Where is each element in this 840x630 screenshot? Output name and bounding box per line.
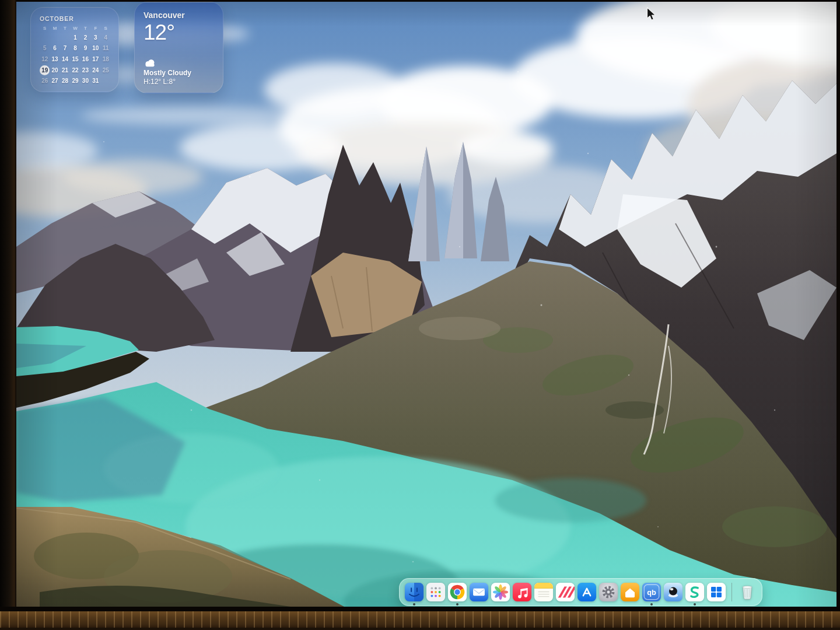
calendar-date-cell: 16 [80,54,90,65]
weather-high-low: H:12° L:8° [144,78,214,86]
photos-app-icon[interactable] [491,582,510,602]
calendar-date-grid: 1234567891011121314151617181920212223242… [40,32,111,86]
calendar-date-cell: 18 [101,54,111,65]
calendar-day-header: F [90,26,100,31]
calendar-date-cell: 4 [101,32,111,43]
calendar-date-cell: 20 [50,65,60,76]
dock-divider [732,583,732,601]
weather-temperature: 12° [144,22,214,44]
calendar-date-cell: 29 [70,75,80,86]
windowsapp-app-icon[interactable] [706,582,726,602]
calendar-date-cell: 10 [90,43,100,54]
calendar-day-headers: SMTWTFS [40,26,111,31]
running-indicator-dot [413,603,415,606]
mostly-cloudy-icon [144,58,157,67]
appstore-app-icon[interactable] [577,582,597,602]
notes-app-icon[interactable] [534,582,554,602]
svg-text:qb: qb [647,588,656,597]
running-indicator-dot [694,603,696,606]
calendar-date-cell [40,32,50,43]
calendar-date-cell: 3 [90,32,100,43]
weather-widget[interactable]: Vancouver 12° Mostly Cloudy H:12° L:8° [134,2,223,93]
calendar-date-cell: 17 [90,54,100,65]
trash-icon[interactable] [737,582,757,602]
news-app-icon[interactable] [555,582,575,602]
running-indicator-dot [650,603,653,606]
weather-city: Vancouver [144,10,214,20]
calendar-date-cell [101,75,111,86]
calendar-date-cell: 25 [101,65,111,76]
calendar-date-cell: 31 [90,75,100,86]
calendar-day-header: T [60,26,70,31]
calendar-date-cell: 6 [50,43,60,54]
calendar-widget[interactable]: OCTOBER SMTWTFS 123456789101112131415161… [30,7,119,92]
chrome-app-icon[interactable] [447,582,467,602]
calendar-date-cell: 7 [60,43,70,54]
launchpad-app-icon[interactable] [426,582,446,602]
calendar-selected-day: 19 [40,65,50,76]
weather-condition: Mostly Cloudy [144,69,214,77]
wallpaper-patagonia-mountain-lake [16,2,836,607]
calendar-date-cell: 26 [40,75,50,86]
running-indicator-dot [456,603,459,606]
dock: qb [399,578,762,606]
mail-app-icon[interactable] [469,582,489,602]
calendar-day-header: T [80,26,90,31]
calendar-date-cell: 14 [60,54,70,65]
monitor-bezel-top [0,0,840,2]
calendar-month-title: OCTOBER [40,15,111,22]
calendar-date-cell [50,32,60,43]
calendar-day-header: S [40,26,50,31]
monitor-bezel-bottom [0,611,840,628]
calendar-date-cell: 9 [80,43,90,54]
calendar-date-cell [60,32,70,43]
desktop-screen: OCTOBER SMTWTFS 123456789101112131415161… [16,2,836,607]
calendar-date-cell: 28 [60,75,70,86]
calendar-date-cell: 12 [40,54,50,65]
monitor-bezel-right [836,0,840,630]
calendar-date-cell: 5 [40,43,50,54]
calendar-date-cell: 22 [70,65,80,76]
home-app-icon[interactable] [620,582,640,602]
calendar-date-cell: 27 [50,75,60,86]
monitor-bezel-gap [0,607,840,611]
monitor-bezel-left [0,0,16,630]
calendar-day-header: W [70,26,80,31]
calendar-date-cell: 13 [50,54,60,65]
calendar-date-cell: 2 [80,32,90,43]
calendar-day-header: S [101,26,111,31]
calendar-date-cell: 1 [70,32,80,43]
calendar-date-cell: 8 [70,43,80,54]
calendar-date-cell: 23 [80,65,90,76]
finder-app-icon[interactable] [404,582,424,602]
qbittorrent-app-icon[interactable]: qb [642,582,662,602]
calendar-date-cell: 11 [101,43,111,54]
calendar-day-header: M [50,26,60,31]
calendar-date-cell: 24 [90,65,100,76]
calendar-date-cell: 30 [80,75,90,86]
settings-app-icon[interactable] [598,582,618,602]
calendar-date-cell: 21 [60,65,70,76]
surfshark-app-icon[interactable] [685,582,705,602]
cameraorb-app-icon[interactable] [663,582,683,602]
monitor-bezel-bottom-edge [0,628,840,630]
calendar-date-cell: 15 [70,54,80,65]
music-app-icon[interactable] [512,582,532,602]
